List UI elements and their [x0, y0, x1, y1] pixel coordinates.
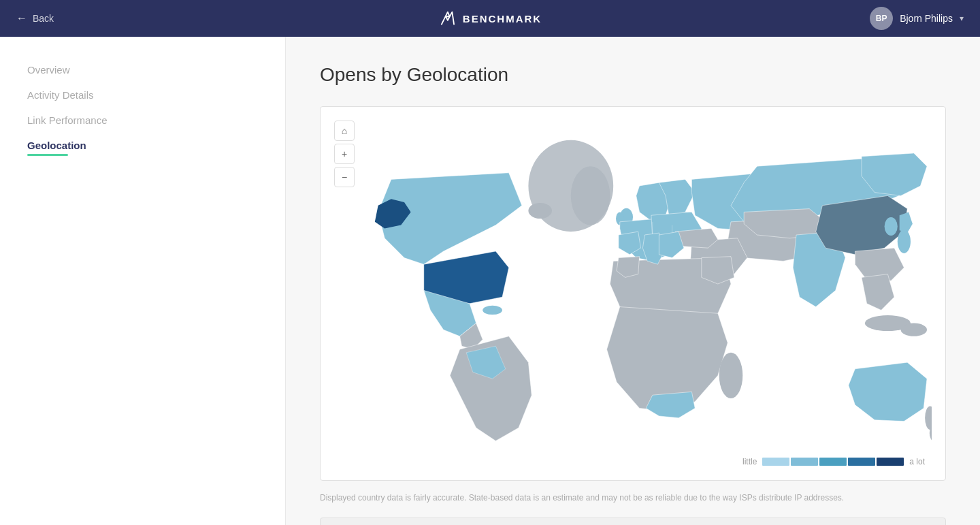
map-container: ⌂ + − — [320, 106, 946, 481]
legend-segment-3 — [819, 458, 847, 466]
legend-segment-1 — [762, 458, 789, 466]
world-map — [334, 121, 932, 447]
legend-segment-5 — [877, 458, 904, 466]
map-zoom-in-button[interactable]: + — [334, 144, 355, 164]
logo: BENCHMARK — [438, 9, 542, 28]
sidebar: Overview Activity Details Link Performan… — [0, 37, 286, 525]
main-layout: Overview Activity Details Link Performan… — [0, 37, 980, 525]
top-header: ← Back BENCHMARK BP Bjorn Philips ▾ — [0, 0, 980, 37]
svg-point-4 — [483, 306, 502, 315]
map-home-button[interactable]: ⌂ — [334, 121, 355, 141]
back-label: Back — [33, 13, 54, 24]
page-title: Opens by Geolocation — [320, 64, 946, 86]
legend-bar — [762, 458, 904, 466]
map-disclaimer: Displayed country data is fairly accurat… — [320, 492, 946, 504]
svg-point-10 — [901, 323, 927, 336]
svg-point-2 — [571, 166, 610, 225]
sidebar-item-geolocation[interactable]: Geolocation — [27, 133, 258, 163]
legend-lot-label: a lot — [909, 457, 925, 466]
user-initials: BP — [876, 14, 887, 23]
sidebar-item-activity-details[interactable]: Activity Details — [27, 82, 258, 108]
back-button[interactable]: ← Back — [16, 12, 54, 25]
back-arrow-icon: ← — [16, 12, 27, 25]
sidebar-item-overview[interactable]: Overview — [27, 57, 258, 82]
logo-icon — [438, 9, 457, 28]
map-zoom-out-button[interactable]: − — [334, 167, 355, 187]
logo-text: BENCHMARK — [463, 13, 542, 25]
user-name: Bjorn Philips — [900, 13, 953, 24]
legend-segment-2 — [791, 458, 818, 466]
svg-point-12 — [885, 217, 898, 236]
chevron-down-icon: ▾ — [960, 14, 964, 23]
main-content: Opens by Geolocation ⌂ + − — [286, 37, 980, 525]
svg-point-3 — [528, 203, 552, 219]
bottom-section — [320, 518, 946, 525]
map-controls: ⌂ + − — [334, 121, 355, 187]
user-avatar: BP — [870, 7, 893, 30]
map-legend: little a lot — [334, 457, 932, 466]
user-menu[interactable]: BP Bjorn Philips ▾ — [870, 7, 964, 30]
svg-point-8 — [719, 353, 743, 398]
legend-segment-4 — [848, 458, 875, 466]
sidebar-item-link-performance[interactable]: Link Performance — [27, 108, 258, 133]
svg-point-11 — [898, 229, 911, 253]
legend-little-label: little — [742, 457, 757, 466]
